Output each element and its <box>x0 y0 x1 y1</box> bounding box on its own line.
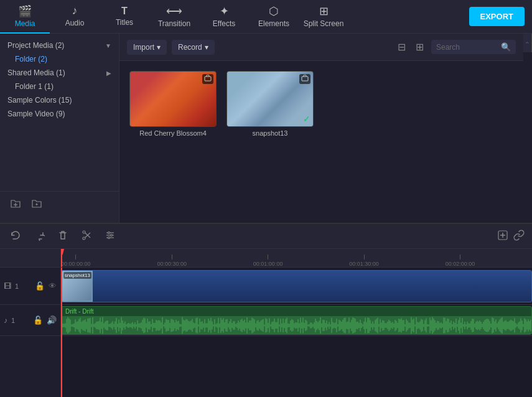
timeline-toolbar <box>0 224 532 249</box>
link-button[interactable] <box>513 230 525 243</box>
nav-splitscreen[interactable]: ⊞ Split Screen <box>299 0 348 34</box>
svg-point-6 <box>83 231 85 233</box>
svg-point-12 <box>108 231 110 233</box>
audio-lock-icon[interactable]: 🔓 <box>33 315 43 325</box>
timeline-body: 🎞 1 🔓 👁 ♪ 1 🔓 🔊 00:00:00:00 <box>0 249 532 397</box>
selected-check-icon: ✓ <box>303 114 310 124</box>
video-clip[interactable]: snapshot13 <box>61 270 532 302</box>
nav-splitscreen-label: Split Screen <box>304 19 344 28</box>
audio-clip[interactable]: Drift - Drift <box>61 306 532 335</box>
chevron-right-icon: ▶ <box>106 70 111 77</box>
photo-badge-cherry <box>202 74 213 84</box>
media-name-cherry: Red Cherry Blossom4 <box>129 129 217 137</box>
sidebar-item-folder-2[interactable]: Folder (2) <box>0 52 119 66</box>
sidebar-item-project-media[interactable]: Project Media (2) ▼ <box>0 39 119 52</box>
ruler-spacer <box>0 249 60 268</box>
search-icon[interactable]: 🔍 <box>501 42 511 52</box>
svg-text:✦: ✦ <box>35 202 39 207</box>
media-item-cherry[interactable]: Red Cherry Blossom4 <box>129 71 217 137</box>
ruler-mark-1: 00:00:30:00 <box>157 255 187 267</box>
nav-transition[interactable]: ⟷ Transition <box>149 0 199 34</box>
sidebar-item-sample-video[interactable]: Sample Video (9) <box>0 107 119 121</box>
svg-rect-4 <box>302 77 308 81</box>
sidebar: Project Media (2) ▼ Folder (2) Shared Me… <box>0 34 119 223</box>
nav-media-label: Media <box>15 19 35 28</box>
content-area: Import ▾ Record ▾ ⊟ ⊞ 🔍 <box>119 34 523 223</box>
import-dropdown[interactable]: Import ▾ <box>127 40 167 55</box>
nav-media[interactable]: 🎬 Media <box>0 0 50 34</box>
svg-point-13 <box>111 234 113 236</box>
media-thumb-snapshot: ✓ <box>226 71 314 127</box>
search-input[interactable] <box>436 43 498 52</box>
audio-volume-icon[interactable]: 🔊 <box>47 315 57 325</box>
video-clip-name <box>93 285 100 287</box>
collapse-panel-button[interactable]: ‹ <box>523 34 532 52</box>
import-chevron-icon: ▾ <box>157 43 161 52</box>
import-label: Import <box>133 43 154 52</box>
sidebar-item-folder-1[interactable]: Folder 1 (1) <box>0 80 119 93</box>
audio-clip-name: Drift - Drift <box>62 307 531 316</box>
grid-view-icon[interactable]: ⊞ <box>413 39 426 55</box>
redo-button[interactable] <box>31 228 47 245</box>
sidebar-item-sample-colors[interactable]: Sample Colors (15) <box>0 93 119 107</box>
delete-button[interactable] <box>55 228 71 245</box>
svg-rect-3 <box>205 77 211 81</box>
record-dropdown[interactable]: Record ▾ <box>172 40 215 55</box>
audio-track-icon: ♪ <box>4 316 7 325</box>
sidebar-project-media-label: Project Media (2) <box>7 41 105 50</box>
sidebar-folder1-label: Folder 1 (1) <box>15 82 111 91</box>
svg-point-14 <box>108 236 110 238</box>
titles-icon: T <box>121 6 128 17</box>
ruler-mark-3: 00:01:30:00 <box>349 255 379 267</box>
waveform <box>62 316 531 335</box>
extra-track <box>61 336 532 361</box>
sidebar-shared-media-label: Shared Media (1) <box>7 68 106 77</box>
sidebar-sample-video-label: Sample Video (9) <box>7 110 111 118</box>
video-track-number: 1 <box>15 283 19 290</box>
nav-titles[interactable]: T Titles <box>100 0 149 34</box>
main-area: Project Media (2) ▼ Folder (2) Shared Me… <box>0 34 532 223</box>
adjust-button[interactable] <box>102 228 118 245</box>
video-track-icon: 🎞 <box>4 282 11 291</box>
timeline-ruler-tracks: 00:00:00:00 00:00:30:00 00:01:00:00 00:0… <box>61 249 532 397</box>
elements-icon: ⬡ <box>269 4 279 18</box>
video-track-label: 🎞 1 🔓 👁 <box>0 268 60 305</box>
timeline-section: 🎞 1 🔓 👁 ♪ 1 🔓 🔊 00:00:00:00 <box>0 223 532 397</box>
tracks-area: snapshot13 Drift - Drift <box>61 268 532 397</box>
playhead <box>61 249 62 267</box>
cut-button[interactable] <box>78 228 95 245</box>
sidebar-item-shared-media[interactable]: Shared Media (1) ▶ <box>0 66 119 80</box>
eye-icon[interactable]: 👁 <box>49 281 57 291</box>
timeline-ruler: 00:00:00:00 00:00:30:00 00:01:00:00 00:0… <box>61 249 532 268</box>
add-folder-button[interactable] <box>7 197 24 213</box>
extra-track-label <box>0 336 60 397</box>
nav-elements[interactable]: ⬡ Elements <box>249 0 299 34</box>
add-smart-folder-button[interactable]: ✦ <box>29 197 45 213</box>
clip-thumb-label: snapshot13 <box>63 272 91 279</box>
audio-track: Drift - Drift <box>61 305 532 336</box>
export-button[interactable]: EXPORT <box>469 7 525 26</box>
effects-icon: ✦ <box>220 4 229 18</box>
filter-icon[interactable]: ⊟ <box>395 39 408 55</box>
lock-icon[interactable]: 🔓 <box>35 281 45 291</box>
waveform-canvas <box>62 316 531 335</box>
undo-button[interactable] <box>7 228 24 245</box>
nav-audio-label: Audio <box>65 19 85 27</box>
video-track: snapshot13 <box>61 268 532 305</box>
nav-effects[interactable]: ✦ Effects <box>199 0 249 34</box>
sidebar-sample-colors-label: Sample Colors (15) <box>7 96 111 105</box>
audio-track-number: 1 <box>11 317 15 324</box>
top-nav: 🎬 Media ♪ Audio T Titles ⟷ Transition ✦ … <box>0 0 532 34</box>
ruler-mark-4: 00:02:00:00 <box>446 255 475 267</box>
sidebar-folder2-label: Folder (2) <box>15 55 111 63</box>
media-item-snapshot[interactable]: ✓ snapshot13 <box>226 71 314 137</box>
media-name-snapshot: snapshot13 <box>226 129 314 137</box>
content-toolbar: Import ▾ Record ▾ ⊟ ⊞ 🔍 <box>119 34 523 61</box>
nav-effects-label: Effects <box>213 19 235 28</box>
add-track-button[interactable] <box>497 230 508 243</box>
splitscreen-icon: ⊞ <box>319 4 329 18</box>
photo-badge-snapshot <box>299 74 310 84</box>
nav-elements-label: Elements <box>258 19 289 28</box>
nav-audio[interactable]: ♪ Audio <box>50 0 100 34</box>
ruler-mark-0: 00:00:00:00 <box>61 255 91 267</box>
